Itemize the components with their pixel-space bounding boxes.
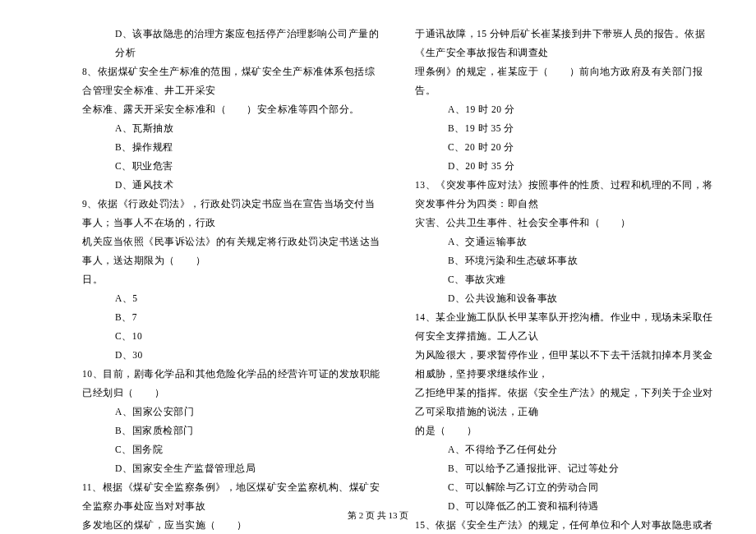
q8-line2: 全标准、露天开采安全标准和（ ）安全标准等四个部分。 [82,100,382,119]
q13-option-d: D、公共设施和设备事故 [415,289,715,308]
q13-line2: 灾害、公共卫生事件、社会安全事件和（ ） [415,214,715,232]
q8-option-b: B、操作规程 [82,138,382,157]
q8-line1: 8、依据煤矿安全生产标准的范围，煤矿安全生产标准体系包括综合管理安全标准、井工开… [82,62,382,100]
q14-option-b: B、可以给予乙通报批评、记过等处分 [415,459,715,478]
q12-line2: 于通讯故障，15 分钟后矿长崔某接到井下带班人员的报告。依据《生产安全事故报告和… [415,25,715,62]
q12-line3: 理条例》的规定，崔某应于（ ）前向地方政府及有关部门报告。 [415,62,715,100]
q9-line2: 机关应当依照《民事诉讼法》的有关规定将行政处罚决定书送达当事人，送达期限为（ ） [82,232,382,270]
q9-line1: 9、依据《行政处罚法》，行政处罚决定书应当在宣告当场交付当事人；当事人不在场的，… [82,195,382,232]
q9-option-d: D、30 [82,346,382,365]
q12-option-a: A、19 时 20 分 [415,100,715,119]
document-page: D、该事故隐患的治理方案应包括停产治理影响公司产量的分析 8、依据煤矿安全生产标… [0,0,756,534]
q13-option-c: C、事故灾难 [415,270,715,289]
q9-option-c: C、10 [82,327,382,346]
q9-option-a: A、5 [82,289,382,308]
q14-option-c: C、可以解除与乙订立的劳动合同 [415,478,715,497]
q12-option-c: C、20 时 20 分 [415,138,715,157]
q10-option-b: B、国家质检部门 [82,421,382,440]
q10-option-a: A、国家公安部门 [82,403,382,421]
q8-option-d: D、通风技术 [82,176,382,195]
q12-option-b: B、19 时 35 分 [415,119,715,138]
q9-option-b: B、7 [82,308,382,327]
q10-line1: 10、目前，剧毒化学品和其他危险化学品的经营许可证的发放职能已经划归（ ） [82,365,382,403]
q14-option-a: A、不得给予乙任何处分 [415,440,715,459]
q8-option-a: A、瓦斯抽放 [82,119,382,138]
q9-line3: 日。 [82,270,382,289]
q14-line2: 为风险很大，要求暂停作业，但甲某以不下去干活就扣掉本月奖金相威胁，坚持要求继续作… [415,346,715,384]
q13-option-a: A、交通运输事故 [415,232,715,251]
q14-line3: 乙拒绝甲某的指挥。依据《安全生产法》的规定，下列关于企业对乙可采取措施的说法，正… [415,384,715,421]
q13-line1: 13、《突发事件应对法》按照事件的性质、过程和机理的不同，将突发事件分为四类：即… [415,176,715,214]
q14-line1: 14、某企业施工队队长甲某率队开挖沟槽。作业中，现场未采取任何安全支撑措施。工人… [415,308,715,346]
page-number: 第 2 页 共 13 页 [0,509,756,522]
q10-option-d: D、国家安全生产监督管理总局 [82,459,382,478]
q7-option-d: D、该事故隐患的治理方案应包括停产治理影响公司产量的分析 [82,25,382,62]
q8-option-c: C、职业危害 [82,157,382,176]
right-column: 于通讯故障，15 分钟后矿长崔某接到井下带班人员的报告。依据《生产安全事故报告和… [407,25,715,534]
left-column: D、该事故隐患的治理方案应包括停产治理影响公司产量的分析 8、依据煤矿安全生产标… [82,25,407,534]
q13-option-b: B、环境污染和生态破坏事故 [415,251,715,270]
q14-line4: 的是（ ） [415,421,715,440]
q12-option-d: D、20 时 35 分 [415,157,715,176]
q10-option-c: C、国务院 [82,440,382,459]
